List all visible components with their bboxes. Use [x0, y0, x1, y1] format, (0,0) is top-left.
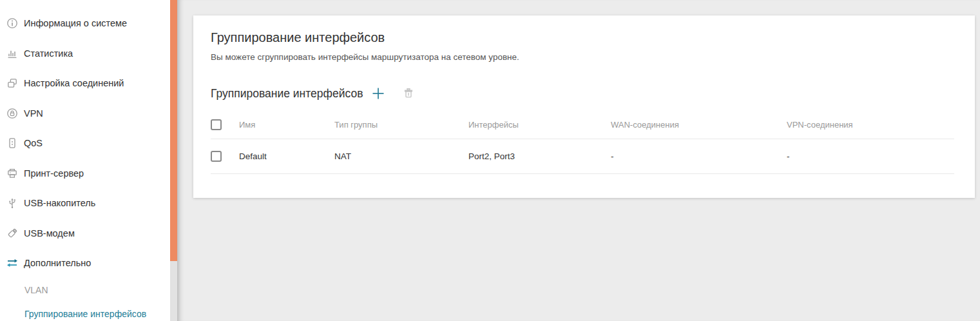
sidebar-item-print-server[interactable]: Принт-сервер: [0, 159, 170, 189]
sidebar-item-advanced[interactable]: Дополнительно: [0, 248, 170, 278]
cell-vpn-connections: -: [787, 151, 954, 161]
page-subtitle: Вы можете сгруппировать интерфейсы маршр…: [211, 52, 954, 63]
sidebar-subitem-interface-grouping[interactable]: Группирование интерфейсов: [0, 302, 170, 321]
sidebar-item-label: Настройка соединений: [24, 78, 124, 88]
usb-icon: [6, 197, 18, 209]
column-header-wan-connections: WAN-соединения: [611, 120, 787, 130]
table-row[interactable]: Default NAT Port2, Port3 - -: [211, 139, 954, 174]
column-header-interfaces: Интерфейсы: [468, 120, 611, 130]
main-content: Группирование интерфейсов Вы можете сгру…: [177, 0, 980, 321]
qos-icon: [6, 137, 18, 149]
groups-table: Имя Тип группы Интерфейсы WAN-соединения…: [211, 110, 954, 174]
cell-interfaces: Port2, Port3: [468, 151, 611, 161]
sidebar-item-vpn[interactable]: VPN: [0, 99, 170, 129]
trash-icon: [402, 87, 415, 100]
sidebar-item-system-info[interactable]: Информация о системе: [0, 8, 170, 39]
column-header-group-type: Тип группы: [334, 120, 468, 130]
printer-icon: [6, 168, 18, 179]
sidebar-subitem-label: VLAN: [24, 285, 48, 295]
sidebar-item-connection-settings[interactable]: Настройка соединений: [0, 68, 170, 99]
column-header-name: Имя: [239, 120, 334, 130]
sidebar-item-label: QoS: [24, 138, 43, 148]
sidebar-item-label: Дополнительно: [24, 258, 91, 268]
sidebar-item-statistics[interactable]: Статистика: [0, 39, 170, 69]
section-header: Группирование интерфейсов: [211, 85, 954, 102]
sidebar-item-label: Статистика: [24, 48, 73, 59]
cell-group-type: NAT: [334, 151, 468, 161]
sidebar-scrollbar-thumb[interactable]: [170, 0, 177, 261]
page-title: Группирование интерфейсов: [211, 29, 954, 46]
row-checkbox-cell: [211, 151, 239, 162]
vpn-lock-icon: [6, 108, 18, 119]
sidebar-item-label: VPN: [24, 108, 43, 119]
plus-icon: [370, 85, 387, 102]
sidebar-item-label: USB-накопитель: [24, 198, 95, 208]
header-checkbox-cell: [211, 119, 239, 130]
row-checkbox[interactable]: [211, 151, 222, 162]
usb-modem-icon: [6, 228, 18, 239]
column-header-vpn-connections: VPN-соединения: [787, 120, 954, 130]
info-icon: [6, 17, 18, 29]
sidebar-scrollbar-track[interactable]: [170, 0, 177, 321]
sidebar-subitem-label: Группирование интерфейсов: [24, 309, 146, 319]
sidebar-item-label: Информация о системе: [24, 18, 127, 28]
cell-name: Default: [239, 151, 334, 161]
bar-chart-icon: [6, 48, 18, 59]
sidebar-item-usb-storage[interactable]: USB-накопитель: [0, 188, 170, 219]
cell-wan-connections: -: [611, 151, 787, 161]
sidebar-subitem-vlan[interactable]: VLAN: [0, 278, 170, 302]
table-header-row: Имя Тип группы Интерфейсы WAN-соединения…: [211, 110, 954, 139]
sidebar: Информация о системе Статистика Настройк…: [0, 0, 170, 321]
delete-group-button[interactable]: [402, 87, 415, 100]
transfer-arrows-icon: [6, 257, 18, 269]
add-group-button[interactable]: [370, 85, 387, 102]
interface-grouping-card: Группирование интерфейсов Вы можете сгру…: [193, 15, 975, 198]
sidebar-item-label: USB-модем: [24, 228, 75, 238]
sidebar-item-usb-modem[interactable]: USB-модем: [0, 219, 170, 249]
app-window: Информация о системе Статистика Настройк…: [0, 0, 980, 321]
sidebar-item-qos[interactable]: QoS: [0, 128, 170, 159]
connections-icon: [6, 77, 18, 89]
select-all-checkbox[interactable]: [211, 119, 222, 130]
section-title: Группирование интерфейсов: [211, 87, 363, 101]
sidebar-item-label: Принт-сервер: [24, 168, 84, 179]
